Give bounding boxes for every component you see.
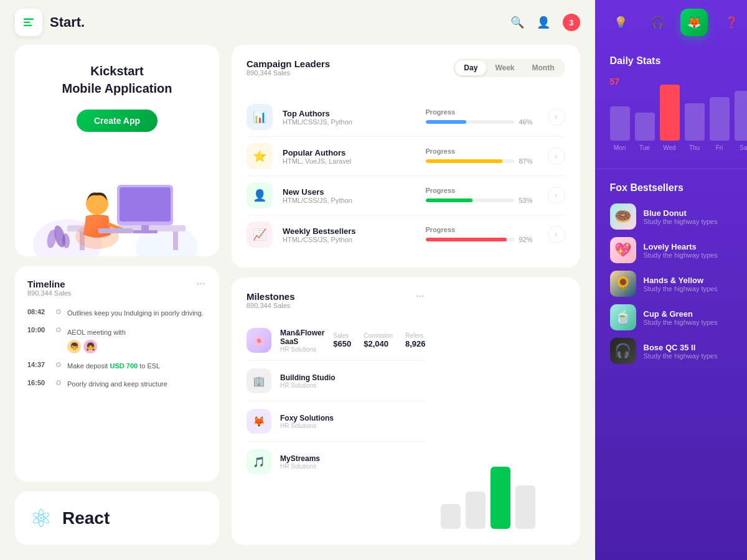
- main-area: Start. 🔍 👤 3 Kickstart Mobile Applicatio…: [0, 0, 595, 560]
- chart-bar-1: [441, 504, 461, 529]
- fox-bestsellers-section: Fox Bestsellers ⋯ 🍩 Blue Donut Study the…: [595, 172, 748, 374]
- tab-month[interactable]: Month: [524, 60, 563, 75]
- milestone-row-3: 🦊 Foxy Solutions HR Solutions: [247, 401, 426, 442]
- milestone-icon-2: 🏢: [247, 368, 271, 393]
- popular-authors-icon: ⭐: [247, 143, 273, 169]
- bestseller-item-2: 💖 Lovely Hearts Study the highway types: [610, 237, 748, 263]
- search-icon[interactable]: 🔍: [510, 16, 524, 29]
- bar-tue: [635, 113, 655, 141]
- bar-sat: [735, 91, 748, 141]
- popular-authors-info: Popular Authors HTML, VueJS, Laravel: [283, 148, 416, 165]
- fox-bestsellers-title: Fox Bestsellers ⋯: [610, 182, 748, 194]
- campaign-header: Campaign Leaders 890,344 Sales Day Week …: [247, 58, 565, 85]
- top-authors-chevron[interactable]: ›: [548, 108, 565, 126]
- milestone-icon-4: 🎵: [247, 449, 271, 474]
- bs-thumb-3: 🌻: [610, 271, 636, 297]
- weekly-bestsellers-info: Weekly Bestsellers HTML/CSS/JS, Python: [283, 226, 416, 243]
- timeline-item-4: 16:50 Poorly driving and keep structure: [27, 379, 207, 390]
- bestseller-item-4: 🍵 Cup & Green Study the highway types: [610, 304, 748, 330]
- daily-stats-section: Daily Stats ⋯ 57 Mon Tue Wed Thu: [595, 45, 748, 166]
- svg-rect-0: [24, 19, 34, 20]
- timeline-menu-icon[interactable]: ⋯: [197, 279, 207, 289]
- top-authors-info: Top Authors HTML/CSS/JS, Python: [283, 109, 416, 126]
- svg-rect-14: [98, 228, 133, 233]
- kickstart-card: Kickstart Mobile Application Create App: [15, 45, 219, 256]
- timeline-title: Timeline: [27, 279, 71, 289]
- logo-text: Start.: [50, 14, 85, 30]
- milestone-icon-1: 🌸: [247, 328, 271, 353]
- bs-thumb-5: 🎧: [610, 338, 636, 364]
- timeline-item-2: 10:00 AEOL meeting with 👦 👧: [27, 326, 207, 354]
- campaign-row-popular-authors: ⭐ Popular Authors HTML, VueJS, Laravel P…: [247, 137, 565, 176]
- top-authors-progress: Progress 46%: [426, 108, 538, 126]
- kickstart-illustration: [30, 144, 204, 256]
- svg-rect-9: [120, 187, 171, 222]
- right-sidebar: 💡 🎧 🦊 ❓ 🔒 Daily Stats ⋯ 57 Mon Tue Wed: [595, 0, 748, 560]
- new-users-chevron[interactable]: ›: [548, 187, 565, 204]
- timeline-subtitle: 890,344 Sales: [27, 289, 71, 297]
- tab-week[interactable]: Week: [486, 60, 523, 75]
- timeline-header: Timeline 890,344 Sales ⋯: [27, 279, 207, 306]
- campaign-title: Campaign Leaders: [247, 58, 330, 69]
- header: Start. 🔍 👤 3: [0, 0, 595, 45]
- new-users-progress: Progress 53%: [426, 187, 538, 204]
- campaign-card: Campaign Leaders 890,344 Sales Day Week …: [232, 45, 580, 268]
- svg-rect-11: [133, 230, 157, 233]
- avatar-2: 👧: [83, 340, 97, 353]
- milestones-chart: [441, 291, 565, 531]
- milestones-menu-icon[interactable]: ⋯: [416, 291, 426, 301]
- bestseller-item-5: 🎧 Bose QC 35 II Study the highway types: [610, 338, 748, 364]
- tab-day[interactable]: Day: [455, 60, 486, 75]
- chart-bar-4: [515, 485, 535, 529]
- bestseller-item-1: 🍩 Blue Donut Study the highway types: [610, 203, 748, 230]
- daily-stats-title: Daily Stats ⋯: [610, 55, 748, 67]
- sidebar-lightbulb-icon[interactable]: 💡: [607, 9, 634, 36]
- campaign-row-weekly-bestsellers: 📈 Weekly Bestsellers HTML/CSS/JS, Python…: [247, 215, 565, 254]
- create-app-button[interactable]: Create App: [77, 110, 157, 132]
- milestones-list: Milestones 890,344 Sales ⋯ 🌸 Man&Flower …: [247, 291, 426, 531]
- timeline-item-3: 14:37 Make deposit USD 700 to ESL: [27, 361, 207, 371]
- popular-authors-progress: Progress 87%: [426, 147, 538, 165]
- content: Kickstart Mobile Application Create App: [0, 45, 595, 560]
- sidebar-divider: [595, 169, 748, 169]
- sidebar-icon-row: 💡 🎧 🦊 ❓ 🔒: [595, 0, 748, 45]
- notification-badge[interactable]: 3: [563, 14, 580, 31]
- weekly-bestsellers-chevron[interactable]: ›: [548, 226, 565, 243]
- weekly-bestsellers-progress: Progress 92%: [426, 226, 538, 243]
- react-logo-icon: ⚛: [30, 504, 52, 533]
- milestone-row-2: 🏢 Building Studio HR Solutions: [247, 361, 426, 401]
- sidebar-question-icon[interactable]: ❓: [718, 9, 745, 36]
- kickstart-title: Kickstart Mobile Application: [30, 62, 204, 97]
- bestseller-item-3: 🌻 Hands & Yellow Study the highway types: [610, 271, 748, 297]
- milestones-header: Milestones 890,344 Sales ⋯: [247, 291, 426, 318]
- bestseller-list: 🍩 Blue Donut Study the highway types 💖 L…: [610, 203, 748, 364]
- popular-authors-chevron[interactable]: ›: [548, 147, 565, 165]
- milestones-subtitle: 890,344 Sales: [247, 302, 295, 309]
- milestones-card: Milestones 890,344 Sales ⋯ 🌸 Man&Flower …: [232, 278, 580, 545]
- react-label: React: [62, 508, 110, 528]
- user-icon[interactable]: 👤: [537, 16, 550, 29]
- logo-icon: [15, 9, 42, 36]
- bs-thumb-1: 🍩: [610, 203, 636, 230]
- campaign-row-new-users: 👤 New Users HTML/CSS/JS, Python Progress…: [247, 176, 565, 215]
- sidebar-fox-icon[interactable]: 🦊: [680, 9, 708, 36]
- svg-rect-2: [24, 25, 32, 26]
- milestone-row-1: 🌸 Man&Flower SaaS HR Solutions Sales $65…: [247, 320, 426, 361]
- react-card: ⚛ React: [15, 492, 219, 545]
- daily-bar-chart: Mon Tue Wed Thu Fri Sat: [610, 89, 748, 151]
- bar-fri: [710, 97, 730, 141]
- sidebar-headphone-icon[interactable]: 🎧: [644, 9, 671, 36]
- new-users-info: New Users HTML/CSS/JS, Python: [283, 187, 416, 204]
- avatar-1: 👦: [67, 340, 81, 353]
- right-column: Campaign Leaders 890,344 Sales Day Week …: [232, 45, 580, 545]
- weekly-bestsellers-icon: 📈: [247, 222, 273, 248]
- bs-thumb-2: 💖: [610, 237, 636, 263]
- header-actions: 🔍 👤 3: [510, 14, 580, 31]
- milestones-title: Milestones: [247, 291, 295, 302]
- bar-thu: [685, 103, 705, 141]
- chart-bar-2: [466, 492, 486, 529]
- timeline-item-1: 08:42 Outlines keep you Indulging in poo…: [27, 308, 207, 319]
- new-users-icon: 👤: [247, 182, 273, 208]
- bs-thumb-4: 🍵: [610, 304, 636, 330]
- top-authors-icon: 📊: [247, 104, 273, 130]
